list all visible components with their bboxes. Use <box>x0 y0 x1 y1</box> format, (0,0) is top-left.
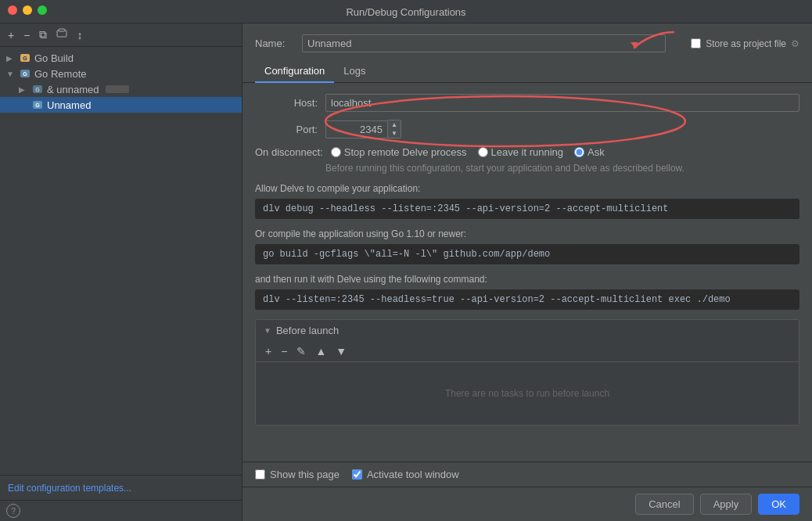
before-launch-edit-button[interactable]: ✎ <box>293 344 309 358</box>
sidebar-toolbar: + − ⧉ ↕ <box>0 23 242 47</box>
info-text: Before running this configuration, start… <box>255 163 799 174</box>
allow-delve-title: Allow Delve to compile your application: <box>255 183 799 194</box>
before-launch-down-button[interactable]: ▼ <box>332 344 350 358</box>
radio-ask-input[interactable] <box>574 147 584 157</box>
sidebar-bottom: Edit configuration templates... <box>0 475 242 500</box>
sidebar-item-unnamed-child[interactable]: ▶ G & unnamed <box>0 81 242 97</box>
name-input[interactable] <box>302 34 666 52</box>
remove-config-button[interactable]: − <box>20 27 33 43</box>
store-checkbox-row: Store as project file ⚙ <box>691 38 799 49</box>
go-remote-icon: G <box>19 67 31 80</box>
radio-leave-input[interactable] <box>478 147 488 157</box>
tab-logs[interactable]: Logs <box>334 60 375 83</box>
store-label: Store as project file <box>706 38 786 49</box>
apply-button[interactable]: Apply <box>700 494 753 515</box>
radio-stop-label: Stop remote Delve process <box>344 146 467 158</box>
run-title: and then run it with Delve using the fol… <box>255 274 799 285</box>
activate-tool-label: Activate tool window <box>367 469 459 480</box>
sidebar-item-label: & unnamed <box>47 84 99 95</box>
bottom-options: Show this page Activate tool window <box>243 462 812 487</box>
ok-button[interactable]: OK <box>758 494 799 515</box>
disconnect-label: On disconnect: <box>255 146 323 158</box>
sidebar-item-label: Go Build <box>34 52 74 64</box>
before-launch-section: ▼ Before launch + − ✎ ▲ ▼ There are no t… <box>255 319 799 426</box>
copy-config-button[interactable]: ⧉ <box>36 27 50 43</box>
run-cmd: dlv --listen=:2345 --headless=true --api… <box>255 289 799 310</box>
before-launch-header[interactable]: ▼ Before launch <box>256 320 799 341</box>
before-launch-empty: There are no tasks to run before launch <box>256 362 799 425</box>
right-panel: Name: Store as project file ⚙ Configu <box>243 23 812 521</box>
dialog-buttons: Cancel Apply OK <box>243 487 812 521</box>
show-page-label: Show this page <box>270 469 340 480</box>
port-increment-button[interactable]: ▲ <box>388 120 401 129</box>
add-config-button[interactable]: + <box>5 27 17 43</box>
host-input[interactable] <box>325 94 799 112</box>
before-launch-toolbar: + − ✎ ▲ ▼ <box>256 341 799 362</box>
tabs: Configuration Logs <box>243 60 812 83</box>
host-label: Host: <box>255 97 318 109</box>
before-launch-remove-button[interactable]: − <box>278 344 290 358</box>
before-launch-add-button[interactable]: + <box>262 344 275 358</box>
expand-arrow: ▼ <box>6 70 16 78</box>
radio-ask[interactable]: Ask <box>574 146 605 158</box>
config-icon: G <box>31 83 44 95</box>
expand-arrow: ▶ <box>19 85 28 94</box>
compile-title: Or compile the application using Go 1.10… <box>255 228 799 239</box>
sidebar-item-label: Unnamed <box>47 99 91 111</box>
before-launch-up-button[interactable]: ▲ <box>312 344 329 358</box>
radio-leave[interactable]: Leave it running <box>478 146 564 158</box>
redacted-label <box>106 85 129 93</box>
activate-tool-checkbox[interactable] <box>352 469 362 480</box>
cancel-button[interactable]: Cancel <box>635 494 693 515</box>
svg-text:G: G <box>35 87 39 92</box>
port-spinners: ▲ ▼ <box>388 120 401 138</box>
svg-text:G: G <box>23 56 27 61</box>
radio-ask-label: Ask <box>587 146 605 158</box>
name-row: Name: Store as project file ⚙ <box>243 23 812 60</box>
port-decrement-button[interactable]: ▼ <box>388 129 401 138</box>
maximize-button[interactable] <box>38 5 47 15</box>
title-bar: Run/Debug Configurations <box>0 0 812 23</box>
config-content: Host: Port: ▲ ▼ <box>243 83 812 462</box>
minimize-button[interactable] <box>23 5 32 15</box>
radio-leave-label: Leave it running <box>491 146 564 158</box>
port-container: ▲ ▼ <box>325 120 401 138</box>
show-page-option[interactable]: Show this page <box>255 469 340 480</box>
help-button[interactable]: ? <box>6 504 20 518</box>
right-panel-wrapper: Name: Store as project file ⚙ Configu <box>243 23 812 521</box>
port-input[interactable] <box>325 120 388 138</box>
svg-text:G: G <box>35 102 40 108</box>
sidebar-item-unnamed-selected[interactable]: G Unnamed <box>0 97 242 113</box>
host-row: Host: <box>255 94 799 112</box>
edit-templates-link[interactable]: Edit configuration templates... <box>8 483 131 494</box>
port-row: Port: ▲ ▼ <box>255 120 799 138</box>
sidebar-item-go-remote[interactable]: ▼ G Go Remote <box>0 66 242 81</box>
svg-rect-1 <box>59 29 65 31</box>
before-launch-arrow-icon: ▼ <box>264 326 271 335</box>
sort-config-button[interactable]: ↕ <box>74 27 85 43</box>
show-page-checkbox[interactable] <box>255 469 265 480</box>
sidebar-item-go-build[interactable]: ▶ G Go Build <box>0 50 242 66</box>
expand-arrow: ▶ <box>6 54 16 63</box>
tab-configuration[interactable]: Configuration <box>255 60 334 83</box>
close-button[interactable] <box>8 5 17 15</box>
sidebar-help: ? <box>0 500 242 521</box>
group-config-button[interactable] <box>53 27 70 43</box>
compile-cmd: go build -gcflags \"all=-N -l\" github.c… <box>255 244 799 264</box>
window-title: Run/Debug Configurations <box>346 6 465 18</box>
config-selected-icon: G <box>31 99 44 111</box>
allow-delve-cmd: dlv debug --headless --listen=:2345 --ap… <box>255 199 799 219</box>
settings-gear-icon[interactable]: ⚙ <box>791 38 799 49</box>
store-checkbox[interactable] <box>691 38 701 49</box>
radio-stop-input[interactable] <box>331 147 341 157</box>
radio-stop[interactable]: Stop remote Delve process <box>331 146 467 158</box>
activate-tool-option[interactable]: Activate tool window <box>352 469 459 480</box>
disconnect-row: On disconnect: Stop remote Delve process… <box>255 146 799 158</box>
name-label: Name: <box>255 38 294 49</box>
window-controls <box>8 5 47 15</box>
radio-group: Stop remote Delve process Leave it runni… <box>331 146 605 158</box>
sidebar-item-label: Go Remote <box>34 68 86 80</box>
go-build-icon: G <box>19 52 31 64</box>
sidebar-tree: ▶ G Go Build ▼ G Go Remot <box>0 47 242 475</box>
sidebar: + − ⧉ ↕ ▶ G Go Build <box>0 23 243 521</box>
